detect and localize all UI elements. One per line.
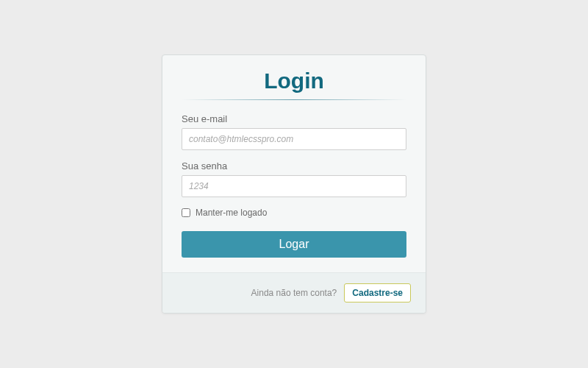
card-body: Login Seu e-mail Sua senha Manter-me log… bbox=[162, 55, 426, 272]
signup-prompt: Ainda não tem conta? bbox=[251, 288, 337, 298]
card-footer: Ainda não tem conta? Cadastre-se bbox=[162, 272, 426, 313]
remember-row: Manter-me logado bbox=[182, 208, 406, 218]
password-input[interactable] bbox=[182, 175, 406, 197]
remember-checkbox[interactable] bbox=[182, 208, 190, 217]
login-title: Login bbox=[182, 68, 406, 93]
divider bbox=[182, 99, 406, 100]
remember-label: Manter-me logado bbox=[196, 208, 267, 218]
signup-button[interactable]: Cadastre-se bbox=[344, 283, 411, 302]
email-label: Seu e-mail bbox=[182, 113, 406, 124]
password-label: Sua senha bbox=[182, 160, 406, 171]
login-button[interactable]: Logar bbox=[182, 231, 406, 258]
email-input[interactable] bbox=[182, 128, 406, 150]
login-card: Login Seu e-mail Sua senha Manter-me log… bbox=[162, 54, 426, 314]
